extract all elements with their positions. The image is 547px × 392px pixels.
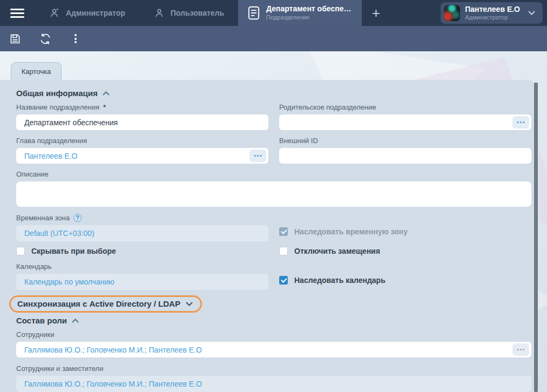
external-id-input[interactable]	[279, 148, 531, 164]
section-title-text: Общая информация	[16, 89, 98, 98]
field-label: Временная зона	[16, 214, 70, 222]
user-profile-button[interactable]: Пантелеев Е.О Администратор	[441, 2, 543, 24]
action-toolbar	[0, 26, 547, 51]
ellipsis-icon: •••	[516, 347, 525, 353]
tab-label: Администратор	[66, 9, 125, 17]
chevron-up-icon	[103, 91, 110, 96]
avatar	[444, 5, 460, 21]
section-sync-ad-ldap-header[interactable]: Синхронизация с Active Directory / LDAP	[9, 295, 202, 313]
checkbox-disable-substitution[interactable]: Отключить замещения	[279, 247, 531, 255]
admin-user-icon	[49, 7, 60, 19]
ellipsis-icon: •••	[253, 153, 262, 159]
document-icon	[247, 5, 261, 21]
checkbox-icon[interactable]	[279, 276, 288, 285]
section-title-text: Синхронизация с Active Directory / LDAP	[17, 299, 180, 308]
plus-icon: +	[372, 5, 380, 22]
checkbox-label: Наследовать календарь	[294, 276, 386, 285]
checkbox-inherit-calendar[interactable]: Наследовать календарь	[279, 276, 531, 285]
chevron-up-icon	[72, 319, 79, 323]
hamburger-icon	[10, 6, 24, 20]
kebab-menu-icon	[75, 33, 77, 45]
app-window: Администратор Пользователь Департамент о…	[0, 0, 547, 392]
refresh-button[interactable]	[37, 30, 54, 48]
department-head-picker-button[interactable]: •••	[249, 150, 266, 162]
section-general-header[interactable]: Общая информация	[16, 89, 531, 98]
field-label: Сотрудники и заместители	[16, 364, 103, 373]
description-textarea[interactable]	[16, 181, 531, 207]
content-area: Карточка Общая информация Название подра…	[0, 51, 547, 392]
checkbox-label: Отключить замещения	[294, 247, 380, 255]
save-button[interactable]	[6, 30, 24, 48]
vertical-scrollbar[interactable]	[534, 83, 538, 392]
parent-department-input[interactable]	[279, 114, 531, 130]
checkbox-inherit-timezone: Наследовать временную зону	[279, 227, 531, 236]
chevron-down-icon	[186, 302, 193, 306]
timezone-field: Default (UTC+03:00)	[16, 225, 268, 241]
active-tab-subtitle: Подразделение	[266, 14, 351, 22]
field-label: Внешний ID	[279, 137, 318, 145]
checkbox-label: Наследовать временную зону	[294, 227, 408, 236]
required-marker: *	[103, 103, 106, 111]
checkbox-hide-on-select[interactable]: Скрывать при выборе	[16, 247, 268, 255]
menu-button[interactable]	[0, 0, 35, 26]
top-bar: Администратор Пользователь Департамент о…	[0, 0, 547, 26]
parent-department-picker-button[interactable]: •••	[512, 116, 529, 129]
calendar-field: Календарь по умолчанию	[16, 274, 268, 290]
tab-administrator[interactable]: Администратор	[35, 0, 139, 26]
checkbox-label: Скрывать при выборе	[31, 247, 116, 255]
user-role: Администратор	[465, 14, 520, 21]
tab-card[interactable]: Карточка	[11, 62, 62, 80]
field-label: Название подразделения	[16, 103, 99, 111]
department-head-input[interactable]	[16, 148, 268, 164]
tab-user[interactable]: Пользователь	[139, 0, 238, 26]
user-name: Пантелеев Е.О	[465, 5, 520, 14]
ellipsis-icon: •••	[516, 119, 525, 125]
section-role-header[interactable]: Состав роли	[16, 316, 531, 325]
active-tab-title: Департамент обеспе…	[266, 4, 351, 14]
field-label: Родительское подразделение	[279, 103, 376, 111]
department-name-input[interactable]	[16, 114, 268, 130]
refresh-icon	[39, 32, 52, 45]
checkbox-icon	[279, 227, 288, 236]
chevron-down-icon	[528, 11, 535, 15]
help-icon[interactable]: ?	[73, 214, 82, 222]
form-panel: Общая информация Название подразделения …	[0, 80, 535, 392]
checkbox-icon[interactable]	[16, 247, 25, 255]
checkbox-icon[interactable]	[279, 247, 288, 255]
employees-picker-button[interactable]: •••	[512, 343, 529, 356]
save-icon	[9, 32, 22, 45]
field-label: Глава подразделения	[16, 137, 87, 145]
employees-deputies-field: Галлямова Ю.О.; Головченко М.И.; Пантеле…	[16, 376, 531, 392]
section-title-text: Состав роли	[16, 316, 67, 325]
tab-department-active[interactable]: Департамент обеспе… Подразделение	[238, 0, 362, 26]
tab-label: Пользователь	[171, 9, 224, 17]
field-label: Описание	[16, 170, 49, 178]
user-icon	[153, 7, 165, 19]
employees-input[interactable]	[16, 342, 531, 357]
new-tab-button[interactable]: +	[362, 0, 390, 26]
field-label: Календарь	[16, 262, 52, 271]
more-options-button[interactable]	[67, 30, 84, 48]
field-label: Сотрудники	[16, 330, 54, 339]
